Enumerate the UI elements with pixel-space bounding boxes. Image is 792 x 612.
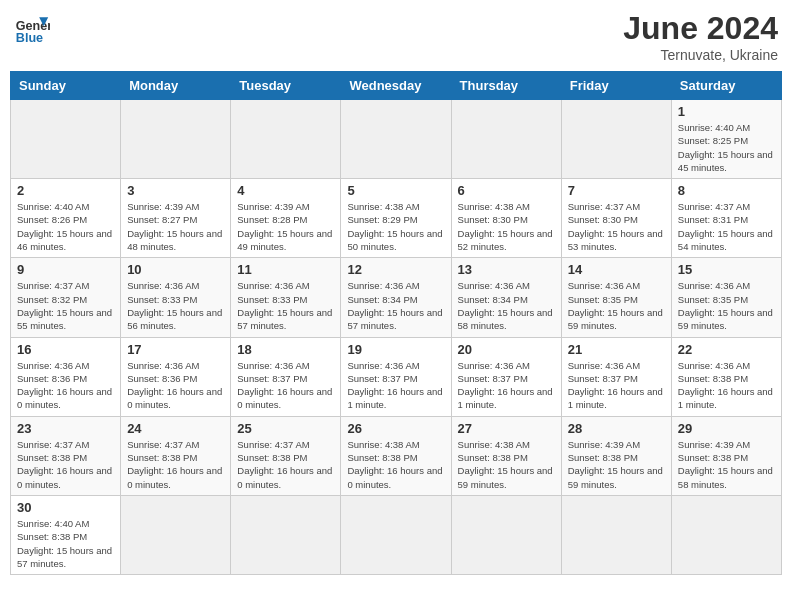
week-row-3: 16Sunrise: 4:36 AM Sunset: 8:36 PM Dayli… bbox=[11, 337, 782, 416]
week-row-4: 23Sunrise: 4:37 AM Sunset: 8:38 PM Dayli… bbox=[11, 416, 782, 495]
day-cell bbox=[231, 100, 341, 179]
day-info: Sunrise: 4:37 AM Sunset: 8:38 PM Dayligh… bbox=[237, 438, 334, 491]
day-cell bbox=[341, 495, 451, 574]
day-number: 19 bbox=[347, 342, 444, 357]
day-info: Sunrise: 4:39 AM Sunset: 8:38 PM Dayligh… bbox=[568, 438, 665, 491]
logo: General Blue bbox=[14, 10, 50, 46]
day-info: Sunrise: 4:39 AM Sunset: 8:27 PM Dayligh… bbox=[127, 200, 224, 253]
day-cell: 17Sunrise: 4:36 AM Sunset: 8:36 PM Dayli… bbox=[121, 337, 231, 416]
day-info: Sunrise: 4:40 AM Sunset: 8:26 PM Dayligh… bbox=[17, 200, 114, 253]
day-cell bbox=[121, 495, 231, 574]
day-cell: 20Sunrise: 4:36 AM Sunset: 8:37 PM Dayli… bbox=[451, 337, 561, 416]
logo-icon: General Blue bbox=[14, 10, 50, 46]
day-cell: 18Sunrise: 4:36 AM Sunset: 8:37 PM Dayli… bbox=[231, 337, 341, 416]
day-cell: 26Sunrise: 4:38 AM Sunset: 8:38 PM Dayli… bbox=[341, 416, 451, 495]
svg-text:Blue: Blue bbox=[16, 31, 43, 45]
day-info: Sunrise: 4:36 AM Sunset: 8:33 PM Dayligh… bbox=[127, 279, 224, 332]
day-number: 29 bbox=[678, 421, 775, 436]
day-number: 1 bbox=[678, 104, 775, 119]
day-number: 11 bbox=[237, 262, 334, 277]
week-row-0: 1Sunrise: 4:40 AM Sunset: 8:25 PM Daylig… bbox=[11, 100, 782, 179]
day-cell: 22Sunrise: 4:36 AM Sunset: 8:38 PM Dayli… bbox=[671, 337, 781, 416]
day-cell: 1Sunrise: 4:40 AM Sunset: 8:25 PM Daylig… bbox=[671, 100, 781, 179]
day-info: Sunrise: 4:36 AM Sunset: 8:35 PM Dayligh… bbox=[678, 279, 775, 332]
day-number: 18 bbox=[237, 342, 334, 357]
day-number: 17 bbox=[127, 342, 224, 357]
day-number: 21 bbox=[568, 342, 665, 357]
day-info: Sunrise: 4:38 AM Sunset: 8:29 PM Dayligh… bbox=[347, 200, 444, 253]
day-info: Sunrise: 4:36 AM Sunset: 8:34 PM Dayligh… bbox=[458, 279, 555, 332]
day-cell: 7Sunrise: 4:37 AM Sunset: 8:30 PM Daylig… bbox=[561, 179, 671, 258]
day-cell: 2Sunrise: 4:40 AM Sunset: 8:26 PM Daylig… bbox=[11, 179, 121, 258]
month-title: June 2024 bbox=[623, 10, 778, 47]
day-info: Sunrise: 4:39 AM Sunset: 8:38 PM Dayligh… bbox=[678, 438, 775, 491]
day-cell: 10Sunrise: 4:36 AM Sunset: 8:33 PM Dayli… bbox=[121, 258, 231, 337]
day-info: Sunrise: 4:38 AM Sunset: 8:38 PM Dayligh… bbox=[458, 438, 555, 491]
day-info: Sunrise: 4:40 AM Sunset: 8:38 PM Dayligh… bbox=[17, 517, 114, 570]
day-cell: 13Sunrise: 4:36 AM Sunset: 8:34 PM Dayli… bbox=[451, 258, 561, 337]
day-info: Sunrise: 4:37 AM Sunset: 8:38 PM Dayligh… bbox=[127, 438, 224, 491]
day-info: Sunrise: 4:36 AM Sunset: 8:36 PM Dayligh… bbox=[17, 359, 114, 412]
day-info: Sunrise: 4:36 AM Sunset: 8:33 PM Dayligh… bbox=[237, 279, 334, 332]
week-row-2: 9Sunrise: 4:37 AM Sunset: 8:32 PM Daylig… bbox=[11, 258, 782, 337]
day-number: 26 bbox=[347, 421, 444, 436]
day-cell: 27Sunrise: 4:38 AM Sunset: 8:38 PM Dayli… bbox=[451, 416, 561, 495]
day-number: 2 bbox=[17, 183, 114, 198]
day-number: 20 bbox=[458, 342, 555, 357]
day-number: 24 bbox=[127, 421, 224, 436]
day-cell: 28Sunrise: 4:39 AM Sunset: 8:38 PM Dayli… bbox=[561, 416, 671, 495]
day-cell: 14Sunrise: 4:36 AM Sunset: 8:35 PM Dayli… bbox=[561, 258, 671, 337]
weekday-header-tuesday: Tuesday bbox=[231, 72, 341, 100]
day-cell bbox=[231, 495, 341, 574]
day-info: Sunrise: 4:36 AM Sunset: 8:37 PM Dayligh… bbox=[347, 359, 444, 412]
week-row-1: 2Sunrise: 4:40 AM Sunset: 8:26 PM Daylig… bbox=[11, 179, 782, 258]
week-row-5: 30Sunrise: 4:40 AM Sunset: 8:38 PM Dayli… bbox=[11, 495, 782, 574]
day-info: Sunrise: 4:39 AM Sunset: 8:28 PM Dayligh… bbox=[237, 200, 334, 253]
day-info: Sunrise: 4:40 AM Sunset: 8:25 PM Dayligh… bbox=[678, 121, 775, 174]
day-number: 3 bbox=[127, 183, 224, 198]
day-cell: 6Sunrise: 4:38 AM Sunset: 8:30 PM Daylig… bbox=[451, 179, 561, 258]
day-cell bbox=[11, 100, 121, 179]
weekday-header-monday: Monday bbox=[121, 72, 231, 100]
day-cell bbox=[561, 495, 671, 574]
day-cell: 29Sunrise: 4:39 AM Sunset: 8:38 PM Dayli… bbox=[671, 416, 781, 495]
weekday-header-saturday: Saturday bbox=[671, 72, 781, 100]
day-cell bbox=[561, 100, 671, 179]
day-number: 5 bbox=[347, 183, 444, 198]
day-cell: 16Sunrise: 4:36 AM Sunset: 8:36 PM Dayli… bbox=[11, 337, 121, 416]
day-info: Sunrise: 4:37 AM Sunset: 8:38 PM Dayligh… bbox=[17, 438, 114, 491]
day-number: 6 bbox=[458, 183, 555, 198]
day-info: Sunrise: 4:36 AM Sunset: 8:38 PM Dayligh… bbox=[678, 359, 775, 412]
day-number: 4 bbox=[237, 183, 334, 198]
day-number: 8 bbox=[678, 183, 775, 198]
day-number: 10 bbox=[127, 262, 224, 277]
day-cell bbox=[671, 495, 781, 574]
weekday-header-thursday: Thursday bbox=[451, 72, 561, 100]
day-cell: 23Sunrise: 4:37 AM Sunset: 8:38 PM Dayli… bbox=[11, 416, 121, 495]
day-number: 12 bbox=[347, 262, 444, 277]
day-number: 14 bbox=[568, 262, 665, 277]
weekday-header-friday: Friday bbox=[561, 72, 671, 100]
day-number: 13 bbox=[458, 262, 555, 277]
title-area: June 2024 Ternuvate, Ukraine bbox=[623, 10, 778, 63]
day-info: Sunrise: 4:36 AM Sunset: 8:36 PM Dayligh… bbox=[127, 359, 224, 412]
day-info: Sunrise: 4:36 AM Sunset: 8:35 PM Dayligh… bbox=[568, 279, 665, 332]
day-info: Sunrise: 4:36 AM Sunset: 8:37 PM Dayligh… bbox=[568, 359, 665, 412]
day-cell: 30Sunrise: 4:40 AM Sunset: 8:38 PM Dayli… bbox=[11, 495, 121, 574]
day-info: Sunrise: 4:37 AM Sunset: 8:31 PM Dayligh… bbox=[678, 200, 775, 253]
day-cell: 8Sunrise: 4:37 AM Sunset: 8:31 PM Daylig… bbox=[671, 179, 781, 258]
day-cell: 19Sunrise: 4:36 AM Sunset: 8:37 PM Dayli… bbox=[341, 337, 451, 416]
day-number: 23 bbox=[17, 421, 114, 436]
day-cell bbox=[451, 100, 561, 179]
day-number: 22 bbox=[678, 342, 775, 357]
day-info: Sunrise: 4:37 AM Sunset: 8:30 PM Dayligh… bbox=[568, 200, 665, 253]
day-info: Sunrise: 4:38 AM Sunset: 8:38 PM Dayligh… bbox=[347, 438, 444, 491]
day-cell bbox=[121, 100, 231, 179]
day-number: 9 bbox=[17, 262, 114, 277]
day-cell: 24Sunrise: 4:37 AM Sunset: 8:38 PM Dayli… bbox=[121, 416, 231, 495]
day-cell: 3Sunrise: 4:39 AM Sunset: 8:27 PM Daylig… bbox=[121, 179, 231, 258]
day-cell: 11Sunrise: 4:36 AM Sunset: 8:33 PM Dayli… bbox=[231, 258, 341, 337]
day-info: Sunrise: 4:36 AM Sunset: 8:37 PM Dayligh… bbox=[237, 359, 334, 412]
day-number: 7 bbox=[568, 183, 665, 198]
day-cell: 12Sunrise: 4:36 AM Sunset: 8:34 PM Dayli… bbox=[341, 258, 451, 337]
